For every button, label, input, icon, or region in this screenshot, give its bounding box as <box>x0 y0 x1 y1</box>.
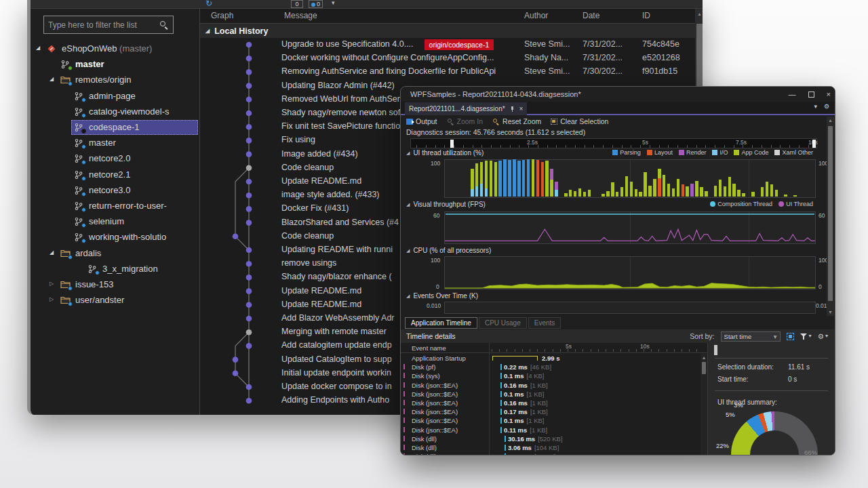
timeline-event-row[interactable]: Disk (pf)0.22 ms[46 KB] <box>401 363 707 371</box>
expander-icon[interactable]: ▷ <box>50 281 58 287</box>
window-titlebar[interactable]: WPFSamples - Report20211014-0434.diagses… <box>401 87 835 102</box>
gear-icon[interactable]: ⚙ <box>818 329 824 343</box>
tree-item-user-andster[interactable]: ▷user/andster <box>31 293 199 308</box>
selection-handle[interactable] <box>812 140 816 148</box>
branch-filter-input[interactable] <box>44 20 159 30</box>
zoom-in-button[interactable]: Zoom In <box>447 117 484 125</box>
scrollbar-thumb[interactable] <box>696 24 703 90</box>
tree-item-label: return-error-to-user- <box>89 201 167 211</box>
timeline-event-row[interactable]: Disk (dll)8.58 ms[88 KB] <box>401 452 707 455</box>
scroll-up-icon[interactable]: ▲ <box>695 12 703 16</box>
column-author[interactable]: Author <box>524 11 548 20</box>
reset-zoom-button[interactable]: Reset Zoom <box>492 117 541 125</box>
tree-item-working-with-solutio[interactable]: working-with-solutio <box>31 230 199 245</box>
tab-diagsession[interactable]: Report2021101...4.diagsession* × <box>405 102 527 115</box>
tab-events[interactable]: Events <box>528 317 561 329</box>
tree-item-3-x-migration[interactable]: 3_x_migration <box>31 262 199 277</box>
selection-handle[interactable] <box>450 140 454 148</box>
filter-icon[interactable] <box>800 333 808 340</box>
timeline-event-row[interactable]: Disk (dll)3.06 ms[104 KB] <box>401 443 707 452</box>
close-button[interactable]: × <box>827 87 831 102</box>
timeline-scrollbar[interactable]: ▲ <box>701 354 707 455</box>
tree-item-master[interactable]: master <box>31 57 199 73</box>
expander-icon[interactable]: ◢ <box>50 76 58 82</box>
pin-icon[interactable] <box>510 106 515 111</box>
expander-icon[interactable]: ◢ <box>36 45 44 51</box>
tree-item-master[interactable]: master <box>31 136 199 151</box>
tab-cpu-usage[interactable]: CPU Usage <box>479 317 527 329</box>
expander-icon[interactable]: ◢ <box>50 249 58 256</box>
tree-item-eshoponweb[interactable]: ◢eShopOnWeb (master) <box>31 41 199 57</box>
charts-scrollbar[interactable]: ▲ ▼ <box>827 117 834 316</box>
column-id[interactable]: ID <box>642 11 650 20</box>
scrollbar-thumb[interactable] <box>828 126 833 301</box>
ui-thread-section-header[interactable]: ◢UI thread utilization (%) <box>406 149 484 157</box>
branch-badge[interactable]: origin/codespace-1 <box>425 39 494 50</box>
tree-item-return-error-to-user-[interactable]: return-error-to-user- <box>31 199 199 214</box>
close-tab-icon[interactable]: × <box>519 102 524 115</box>
expander-icon[interactable]: ◢ <box>205 28 210 34</box>
chevron-down-icon[interactable]: ▾ <box>332 0 335 6</box>
timeline-event-row[interactable]: Disk (json::$EA)0.11 ms[1 KB] <box>401 426 707 434</box>
cpu-chart[interactable] <box>444 256 816 289</box>
events-section-header[interactable]: ◢Events Over Time (K) <box>406 292 478 300</box>
tree-item-ardalis[interactable]: ◢ardalis <box>31 246 199 262</box>
commit-row[interactable]: Upgrade to use Specification 4.0....orig… <box>200 38 703 52</box>
tree-item-catalog-viewmodel-s[interactable]: catalog-viewmodel-s <box>31 104 199 120</box>
timeline-event-row[interactable]: Application Startup2.99 s <box>401 354 707 363</box>
gear-icon[interactable]: ⚙ <box>824 103 829 110</box>
column-graph[interactable]: Graph <box>211 11 233 20</box>
fps-section-header[interactable]: ◢Visual throughput (FPS) <box>406 201 486 208</box>
timeline-event-row[interactable]: Disk (json::$EA)0.1 ms[1 KB] <box>401 390 707 399</box>
maximize-button[interactable] <box>808 92 814 98</box>
legend-chip <box>710 201 715 207</box>
timeline-event-row[interactable]: Disk (json::$EA)0.16 ms[1 KB] <box>401 399 707 407</box>
fps-chart[interactable] <box>444 211 816 244</box>
timeline-event-row[interactable]: Disk (json::$EA)0.1 ms[1 KB] <box>401 416 707 425</box>
tree-item-remotes-origin[interactable]: ◢remotes/origin <box>31 73 199 88</box>
tree-item-issue-153[interactable]: ▷issue-153 <box>31 277 199 293</box>
tree-item-netcore2-1[interactable]: netcore2.1 <box>31 167 199 183</box>
legend-item: Render <box>679 149 707 156</box>
tab-application-timeline[interactable]: Application Timeline <box>405 317 477 329</box>
sort-by-select[interactable]: Start time▾ <box>721 331 781 342</box>
ruler-tick <box>752 145 753 148</box>
timeline-event-row[interactable]: Disk (sys)0.1 ms[4 KB] <box>401 371 707 380</box>
scrollbar-thumb[interactable] <box>702 362 706 374</box>
tree-item-selenium[interactable]: selenium <box>31 214 199 230</box>
timeline-event-row[interactable]: Disk (dll)30.16 ms[520 KB] <box>401 434 707 443</box>
cpu-section-header[interactable]: ◢CPU (% of all processors) <box>406 247 491 254</box>
events-chart[interactable] <box>444 302 816 314</box>
ui-thread-chart[interactable] <box>444 159 816 198</box>
minimize-button[interactable]: — <box>789 87 796 102</box>
session-time-ruler[interactable]: 2.5s5s7.5s10s <box>410 138 817 148</box>
event-name-column[interactable]: Event name <box>412 344 446 352</box>
tree-item-codespace-1[interactable]: codespace-1 <box>31 120 199 136</box>
sync-icon[interactable]: ↻ <box>205 0 212 8</box>
incoming-commits-count[interactable]: 0 <box>291 0 303 8</box>
commit-row[interactable]: Removing AuthService and fixing Dockerfi… <box>200 65 703 79</box>
clear-selection-button[interactable]: Clear Selection <box>551 117 608 125</box>
scroll-down-icon[interactable]: ▼ <box>827 310 834 314</box>
column-message[interactable]: Message <box>284 11 317 20</box>
expander-icon[interactable]: ▷ <box>50 296 58 302</box>
timeline-event-row[interactable]: Disk (json::$EA)0.16 ms[1 KB] <box>401 381 707 390</box>
timeline-event-row[interactable]: Disk (json::$EA)0.17 ms[1 KB] <box>401 407 707 416</box>
search-icon[interactable] <box>159 20 169 30</box>
tree-item-admin-page[interactable]: admin-page <box>31 89 199 104</box>
chevron-down-icon[interactable]: ▾ <box>814 103 817 110</box>
output-button[interactable]: Output <box>406 117 437 125</box>
tree-item-netcore3-0[interactable]: netcore3.0 <box>31 183 199 199</box>
scroll-up-icon[interactable]: ▲ <box>827 118 834 123</box>
status-dot <box>68 81 73 86</box>
commit-message: Image added (#434) <box>281 149 358 159</box>
scrollbar-thumb[interactable] <box>714 345 717 355</box>
outgoing-commits-count[interactable]: 0 <box>309 0 323 8</box>
local-history-section-header[interactable]: ◢Local History <box>200 24 703 38</box>
chart-bar-segment <box>490 161 493 197</box>
scroll-up-icon[interactable]: ▲ <box>701 355 707 360</box>
commit-row[interactable]: Docker working without Configure Configu… <box>200 52 703 65</box>
column-date[interactable]: Date <box>583 11 599 20</box>
tree-item-netcore2-0[interactable]: netcore2.0 <box>31 151 199 167</box>
zoom-to-selection-icon[interactable] <box>787 333 794 340</box>
